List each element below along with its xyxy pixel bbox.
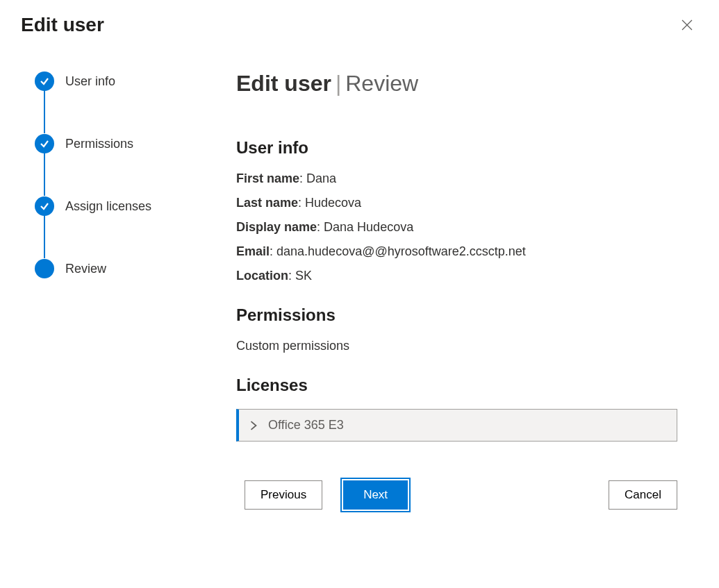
field-label: Last name: [236, 196, 298, 210]
field-last-name: Last name: Hudecova: [236, 196, 677, 210]
field-value: dana.hudecova@@hyrosoftware2.ccsctp.net: [276, 244, 526, 258]
license-name: Office 365 E3: [268, 418, 344, 432]
step-label: Assign licenses: [65, 199, 151, 214]
checkmark-icon: [39, 201, 50, 212]
dialog-title: Edit user: [21, 14, 104, 36]
field-label: Email: [236, 244, 270, 258]
field-first-name: First name: Dana: [236, 171, 677, 186]
wizard-stepper: User info Permissions Assign licenses Re: [21, 71, 195, 567]
cancel-button[interactable]: Cancel: [609, 480, 677, 510]
field-display-name: Display name: Dana Hudecova: [236, 220, 677, 235]
license-expander[interactable]: Office 365 E3: [236, 409, 677, 442]
previous-button[interactable]: Previous: [245, 480, 322, 510]
step-label: User info: [65, 74, 115, 89]
field-value: Dana Hudecova: [324, 220, 413, 234]
step-circle-current: [35, 259, 54, 278]
edit-user-dialog: Edit user User info Permissions: [0, 0, 719, 588]
step-review[interactable]: Review: [35, 258, 195, 279]
close-icon: [681, 19, 693, 31]
step-label: Permissions: [65, 137, 133, 151]
step-assign-licenses[interactable]: Assign licenses: [35, 196, 195, 217]
field-location: Location: SK: [236, 269, 677, 283]
field-value: SK: [295, 269, 312, 283]
checkmark-icon: [39, 76, 50, 87]
dialog-body: User info Permissions Assign licenses Re: [21, 71, 698, 567]
page-title-main: Edit user: [236, 71, 331, 96]
next-button[interactable]: Next: [343, 480, 408, 510]
step-connector: [44, 153, 45, 196]
field-value: Dana: [306, 171, 336, 185]
step-connector: [44, 90, 45, 133]
chevron-right-icon: [249, 421, 258, 430]
checkmark-icon: [39, 138, 50, 149]
step-connector: [44, 215, 45, 258]
section-heading-licenses: Licenses: [236, 376, 677, 395]
field-email: Email: dana.hudecova@@hyrosoftware2.ccsc…: [236, 244, 677, 259]
field-value: Hudecova: [305, 196, 361, 210]
page-title-sub: Review: [345, 71, 418, 96]
field-label: Location: [236, 269, 288, 283]
page-title: Edit user|Review: [236, 71, 677, 96]
section-heading-user-info: User info: [236, 138, 677, 158]
step-circle-completed: [35, 196, 54, 216]
page-title-separator: |: [336, 71, 341, 96]
field-label: Display name: [236, 220, 317, 234]
dialog-header: Edit user: [21, 14, 698, 36]
dialog-footer: Previous Next Cancel: [236, 480, 677, 510]
step-user-info[interactable]: User info: [35, 71, 195, 92]
field-label: First name: [236, 171, 299, 185]
permissions-text: Custom permissions: [236, 339, 677, 353]
close-button[interactable]: [676, 14, 698, 36]
step-circle-completed: [35, 72, 54, 91]
section-heading-permissions: Permissions: [236, 305, 677, 325]
step-label: Review: [65, 262, 106, 276]
step-permissions[interactable]: Permissions: [35, 133, 195, 154]
step-circle-completed: [35, 134, 54, 153]
main-content: Edit user|Review User info First name: D…: [236, 71, 698, 567]
